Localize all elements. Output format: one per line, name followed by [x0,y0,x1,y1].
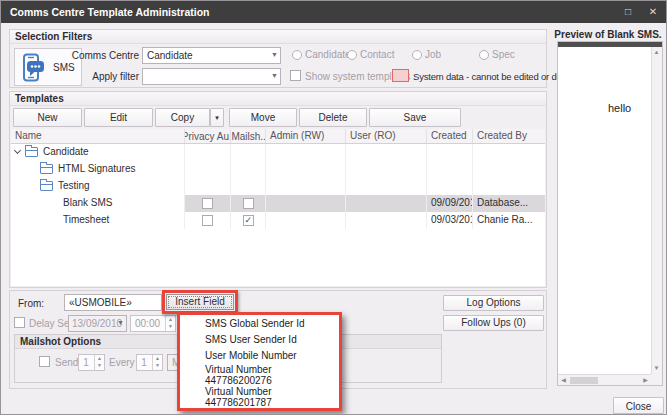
expand-chevron-icon[interactable] [14,147,21,154]
privacy-checkbox[interactable] [202,198,213,209]
menu-item-virtual-number-1[interactable]: Virtual Number 447786200276 [180,364,339,386]
delete-button[interactable]: Delete [299,108,367,127]
tree-row-candidate[interactable]: Candidate [11,144,545,161]
chevron-down-icon: ▼ [117,319,124,326]
mailshot-checkbox[interactable] [243,198,254,209]
save-button[interactable]: Save [369,108,461,127]
from-input[interactable]: «USMOBILE» [64,294,162,311]
radio-circle-icon [412,50,422,60]
move-button[interactable]: Move [229,108,297,127]
folder-icon [40,181,53,191]
tree-row-html-signatures[interactable]: HTML Signatures [11,161,545,178]
copy-dropdown-button[interactable]: ▾ [210,108,224,127]
scrollbar-thumb[interactable] [570,377,598,384]
edit-button[interactable]: Edit [84,108,153,127]
preview-title: Preview of Blank SMS. [552,29,664,41]
insert-field-button[interactable]: Insert Field [166,294,234,310]
column-header-privacy[interactable]: Privacy Au... [185,129,231,143]
every-label: Every [109,357,135,368]
horizontal-scrollbar[interactable]: ◀ ▶ [558,374,651,385]
send-count-spinner[interactable]: 1 ▲▼ [78,354,105,371]
dialog-window: Comms Centre Template Administration □ ✕… [0,0,667,415]
delay-date-select[interactable]: 13/09/2010 ▼ [68,315,127,332]
delay-send-checkbox[interactable] [14,317,25,328]
radio-circle-icon [292,50,302,60]
radio-job[interactable]: Job [412,49,441,61]
comms-centre-label: Comms Centre [67,50,139,61]
privacy-checkbox[interactable] [202,215,213,226]
templates-title: Templates [10,92,546,106]
show-system-templates-checkbox[interactable] [290,70,301,81]
column-header-name[interactable]: Name [11,129,185,143]
scroll-right-icon[interactable]: ▶ [640,375,651,386]
mailshot-checkbox[interactable] [243,215,254,226]
new-button[interactable]: New [13,108,82,127]
templates-grid: Name Privacy Au... Mailsh... Admin (RW) … [11,129,545,286]
scroll-up-icon[interactable]: ▲ [651,47,662,58]
comms-centre-select[interactable]: Candidate ▼ [142,47,281,64]
follow-ups-button[interactable]: Follow Ups (0) [443,315,544,331]
radio-circle-icon [347,50,357,60]
menu-item-user-mobile-number[interactable]: User Mobile Number [180,348,339,364]
templates-toolbar: New Edit Copy ▾ Move Delete Save [10,108,546,130]
preview-content: hello ▲ ▼ ◀ ▶ [557,41,663,386]
spinner-arrows-icon[interactable]: ▲▼ [152,355,162,370]
radio-circle-icon [479,50,489,60]
close-icon[interactable]: ✕ [643,1,663,23]
radio-candidate[interactable]: Candidate [292,49,351,61]
maximize-icon[interactable]: □ [618,1,638,23]
radio-contact[interactable]: Contact [347,49,394,61]
menu-item-virtual-number-2[interactable]: Virtual Number 447786201787 [180,386,339,408]
system-data-swatch [392,69,409,82]
templates-group: Templates New Edit Copy ▾ Move Delete Sa… [9,91,547,288]
tree-row-timesheet[interactable]: Timesheet 09/03/201... Chanie Ra... [11,212,545,229]
close-button[interactable]: Close [613,397,664,414]
insert-field-menu: SMS Global Sender Id SMS User Sender Id … [177,312,342,411]
apply-filter-label: Apply filter [67,71,139,82]
sms-icon [22,53,48,83]
every-count-spinner[interactable]: 1 ▲▼ [136,354,163,371]
insert-field-highlight: Insert Field [162,290,238,314]
scrollbar-corner [651,374,662,385]
folder-icon [40,164,53,174]
scroll-left-icon[interactable]: ◀ [558,375,569,386]
column-header-mailshot[interactable]: Mailsh... [231,129,266,143]
menu-item-sms-user-sender-id[interactable]: SMS User Sender Id [180,331,339,347]
copy-button[interactable]: Copy [155,108,210,127]
selection-filters-group: Selection Filters SMS Comms Centre Candi… [9,29,547,88]
grid-header-row: Name Privacy Au... Mailsh... Admin (RW) … [11,129,545,144]
preview-panel: Preview of Blank SMS. hello ▲ ▼ ◀ ▶ [552,29,664,391]
send-checkbox[interactable] [39,356,50,367]
chevron-down-icon: ▼ [271,72,278,79]
radio-spec[interactable]: Spec [479,49,515,61]
send-label: Send [55,357,78,368]
scroll-down-icon[interactable]: ▼ [651,363,662,374]
vertical-scrollbar[interactable]: ▲ ▼ [651,47,662,374]
folder-icon [25,147,38,157]
preview-header-strip [558,42,662,47]
log-options-button[interactable]: Log Options [443,295,544,311]
titlebar[interactable]: Comms Centre Template Administration □ ✕ [1,1,666,23]
column-header-admin[interactable]: Admin (RW) [266,129,346,143]
window-title: Comms Centre Template Administration [10,1,210,23]
from-label: From: [18,298,44,309]
column-header-created[interactable]: Created [427,129,473,143]
menu-item-sms-global-sender-id[interactable]: SMS Global Sender Id [180,315,339,331]
preview-text: hello [608,102,631,114]
apply-filter-select[interactable]: ▼ [142,68,281,85]
selection-filters-title: Selection Filters [10,30,546,44]
chevron-down-icon: ▼ [271,51,278,58]
column-header-user[interactable]: User (RO) [346,129,427,143]
delay-time-spinner[interactable]: 00:00 ▲▼ [130,315,176,332]
tree-row-testing[interactable]: Testing [11,178,545,195]
column-header-created-by[interactable]: Created By [473,129,545,143]
spinner-arrows-icon[interactable]: ▲▼ [94,355,104,370]
tree-row-blank-sms[interactable]: Blank SMS 09/09/201... Database... [11,195,545,212]
spinner-arrows-icon[interactable]: ▲▼ [165,316,175,331]
